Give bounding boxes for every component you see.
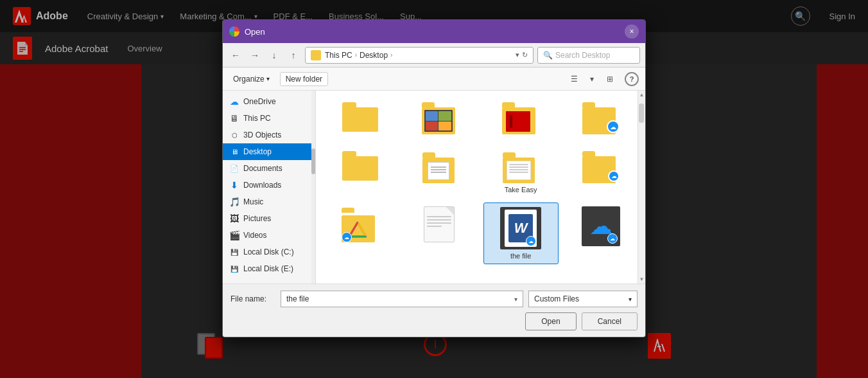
filetype-value: Custom Files [534,294,579,303]
filetype-dropdown-icon: ▾ [629,296,632,303]
sidebar-label-downloads: Downloads [243,181,281,190]
file-search-box[interactable]: 🔍 Search Desktop [537,47,640,64]
dialog-body: ☁ OneDrive 🖥 This PC ⬡ 3D Objects 🖥 Desk… [223,91,645,284]
filename-value: the file [286,294,309,303]
word-file-icon: W ☁ [500,207,541,249]
path-part-desktop[interactable]: Desktop [360,51,388,60]
help-button[interactable]: ? [625,72,639,86]
view-dropdown-button[interactable]: ▾ [584,71,600,87]
folder-icon-small [311,50,321,60]
local-disk-e-icon: 💾 [229,264,239,274]
list-item[interactable] [322,97,397,141]
list-item-the-file[interactable]: W ☁ the file [483,203,559,264]
file-label-take-easy: Take Easy [505,186,537,194]
search-placeholder: Search Desktop [555,51,610,60]
scroll-top-indicator [316,91,638,96]
downloads-icon: ⬇ [229,180,239,190]
3d-objects-icon: ⬡ [229,130,239,140]
folder-plain-icon [342,101,378,132]
folder-book-icon [503,150,539,183]
sidebar-label-videos: Videos [243,231,266,240]
path-part-this-pc[interactable]: This PC [325,51,352,60]
list-item[interactable] [403,97,478,141]
sidebar-scrollbar [311,91,315,284]
folder-plain-icon-2 [342,150,378,181]
address-path: This PC › Desktop › [325,51,392,60]
list-item-onedrive-file[interactable]: ☁ ☁ [564,203,639,264]
list-item[interactable] [403,203,478,264]
address-refresh-btn[interactable]: ↻ [522,51,528,59]
dialog-sidebar: ☁ OneDrive 🖥 This PC ⬡ 3D Objects 🖥 Desk… [223,91,316,284]
dialog-action-toolbar: Organize ▾ New folder ☰ ▾ ⊞ ? [223,68,645,91]
music-icon: 🎵 [229,197,239,207]
address-controls: ▾ ↻ [516,51,528,59]
up-button[interactable]: ↑ [286,48,301,63]
sidebar-item-onedrive[interactable]: ☁ OneDrive [223,93,315,110]
folder-onedrive-icon: ☁ [582,101,620,134]
sidebar-item-pictures[interactable]: 🖼 Pictures [223,210,315,227]
dialog-title: Open [245,27,620,37]
scroll-down-arrow[interactable]: ▼ [638,276,645,282]
onedrive-icon: ☁ [229,96,239,107]
filename-input[interactable]: the file ▾ [281,291,523,307]
folder-drive-icon: ☁ [342,206,379,242]
this-pc-icon: 🖥 [229,113,239,123]
address-bar[interactable]: This PC › Desktop › ▾ ↻ [305,47,534,64]
sidebar-item-this-pc[interactable]: 🖥 This PC [223,110,315,127]
dialog-titlebar: Open × [223,20,645,43]
list-item[interactable] [483,97,559,141]
list-item[interactable]: ☁ [564,146,639,197]
sidebar-item-downloads[interactable]: ⬇ Downloads [223,177,315,194]
desktop-icon: 🖥 [229,147,239,157]
list-item[interactable]: ☁ [322,203,397,264]
sidebar-item-music[interactable]: 🎵 Music [223,194,315,210]
dialog-footer: File name: the file ▾ Custom Files ▾ Ope… [223,284,645,337]
sidebar-item-documents[interactable]: 📄 Documents [223,160,315,177]
sidebar-item-3d-objects[interactable]: ⬡ 3D Objects [223,127,315,143]
sidebar-label-onedrive: OneDrive [243,97,276,106]
address-dropdown-btn[interactable]: ▾ [516,51,519,59]
filename-dropdown-icon: ▾ [514,296,517,303]
new-folder-button[interactable]: New folder [280,72,328,86]
forward-button[interactable]: → [247,48,263,63]
path-separator: › [355,51,357,59]
dialog-overlay: Open × ← → ↓ ↑ This PC › Desktop › ▾ ↻ [0,0,868,378]
sidebar-label-pictures: Pictures [243,214,271,223]
organize-button[interactable]: Organize ▾ [229,73,273,86]
sidebar-label-desktop: Desktop [243,147,272,156]
file-label-the-file: the file [510,252,531,260]
list-item[interactable] [322,146,397,197]
folder-doc-icon [422,150,458,183]
back-button[interactable]: ← [228,48,243,63]
file-list-container: ☁ [316,91,645,284]
file-list-grid: ☁ [316,91,645,271]
organize-dropdown-icon: ▾ [266,75,270,82]
list-item[interactable] [403,146,478,197]
filename-label: File name: [230,294,275,303]
list-item[interactable]: ☁ [564,97,639,141]
sidebar-item-local-disk-c[interactable]: 💾 Local Disk (C:) [223,244,315,260]
videos-icon: 🎬 [229,230,239,240]
scroll-up-arrow[interactable]: ▲ [638,92,645,98]
sidebar-label-local-disk-e: Local Disk (E:) [243,264,293,273]
sidebar-item-desktop[interactable]: 🖥 Desktop [223,143,315,160]
view-grid-button[interactable]: ⊞ [602,71,618,87]
cancel-button[interactable]: Cancel [582,312,638,330]
view-buttons: ☰ ▾ ⊞ [566,71,618,87]
sidebar-scrollbar-thumb[interactable] [311,148,315,174]
sidebar-label-3d-objects: 3D Objects [243,130,281,140]
documents-icon: 📄 [229,163,239,174]
sidebar-item-videos[interactable]: 🎬 Videos [223,227,315,244]
organize-label: Organize [233,75,265,84]
scroll-thumb[interactable] [639,104,644,123]
sidebar-item-local-disk-e[interactable]: 💾 Local Disk (E:) [223,260,315,277]
chrome-logo-icon [229,26,239,37]
close-button[interactable]: × [625,24,639,39]
down-button[interactable]: ↓ [266,48,282,63]
view-list-button[interactable]: ☰ [566,71,582,87]
dialog-nav-toolbar: ← → ↓ ↑ This PC › Desktop › ▾ ↻ 🔍 [223,43,645,68]
filename-row: File name: the file ▾ Custom Files ▾ [230,291,638,307]
open-button[interactable]: Open [525,312,576,330]
list-item[interactable]: Take Easy [483,146,559,197]
filetype-select[interactable]: Custom Files ▾ [528,291,638,307]
